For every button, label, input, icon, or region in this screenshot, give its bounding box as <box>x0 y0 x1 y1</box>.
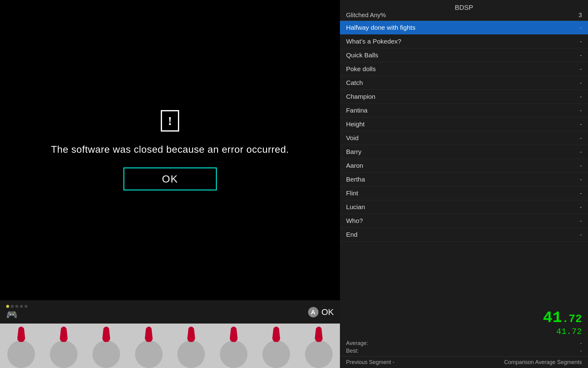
split-item-7[interactable]: Height- <box>340 117 588 131</box>
split-time-3: - <box>573 66 582 73</box>
dot-3 <box>15 305 18 308</box>
split-time-14: - <box>573 217 582 224</box>
split-item-3[interactable]: Poke dolls- <box>340 62 588 76</box>
dot-2 <box>11 305 14 308</box>
best-row: Best: - <box>346 347 582 355</box>
split-label-1: What's a Pokedex? <box>346 38 401 45</box>
split-item-12[interactable]: Flint- <box>340 186 588 200</box>
split-label-9: Barry <box>346 148 361 155</box>
game-area: ! The software was closed because an err… <box>0 0 340 368</box>
hud-right: A OK <box>308 307 334 317</box>
split-item-9[interactable]: Barry- <box>340 145 588 159</box>
comparison-value: Average Segments <box>535 359 582 365</box>
poke-slot-1 <box>0 324 43 368</box>
split-label-2: Quick Balls <box>346 52 378 59</box>
poke-drop-2 <box>59 327 68 342</box>
splits-list: Halfway done with fights-What's a Pokede… <box>340 21 588 306</box>
poke-slot-7 <box>255 324 298 368</box>
split-item-13[interactable]: Lucian- <box>340 200 588 214</box>
split-item-4[interactable]: Catch- <box>340 76 588 90</box>
previous-segment-label: Previous Segment <box>346 359 391 365</box>
average-label: Average: <box>346 340 368 347</box>
timer-area: 41.72 41.72 <box>340 306 588 338</box>
poke-body-5 <box>177 340 205 368</box>
poke-slot-4 <box>127 324 170 368</box>
poke-slot-8 <box>297 324 340 368</box>
a-button-circle: A <box>308 307 318 317</box>
split-time-9: - <box>573 148 582 155</box>
best-value: - <box>580 348 582 354</box>
split-item-5[interactable]: Champion- <box>340 90 588 104</box>
timer-integer: 41 <box>543 309 562 327</box>
split-time-2: - <box>573 52 582 59</box>
split-time-7: - <box>573 121 582 128</box>
pokemon-strip <box>0 324 340 368</box>
timer-decimal: .72 <box>562 313 582 325</box>
poke-drop-6 <box>229 327 238 342</box>
split-label-15: End <box>346 231 357 238</box>
split-time-13: - <box>573 204 582 211</box>
split-label-0: Halfway done with fights <box>346 24 415 31</box>
average-row: Average: - <box>346 339 582 347</box>
error-dialog: ! The software was closed because an err… <box>0 0 340 301</box>
split-time-5: - <box>573 93 582 100</box>
hud-bar: 🎮 A OK <box>0 301 340 324</box>
previous-segment-group: Previous Segment - <box>346 359 394 366</box>
split-label-4: Catch <box>346 79 363 86</box>
speedrun-header: BDSP Glitched Any% 3 <box>340 0 588 21</box>
split-item-8[interactable]: Void- <box>340 131 588 145</box>
poke-body-7 <box>262 340 290 368</box>
poke-body-4 <box>135 340 163 368</box>
right-panel: BDSP Glitched Any% 3 Halfway done with f… <box>340 0 588 368</box>
split-time-12: - <box>573 190 582 197</box>
split-label-10: Aaron <box>346 162 363 169</box>
split-item-11[interactable]: Bertha- <box>340 173 588 186</box>
split-time-8: - <box>573 135 582 142</box>
dot-4 <box>20 305 23 308</box>
split-item-14[interactable]: Who?- <box>340 214 588 228</box>
split-item-10[interactable]: Aaron- <box>340 159 588 173</box>
split-label-8: Void <box>346 134 359 142</box>
poke-drop-5 <box>187 327 195 342</box>
poke-slot-5 <box>170 324 213 368</box>
split-time-10: - <box>573 162 582 169</box>
split-label-14: Who? <box>346 217 363 224</box>
split-item-0[interactable]: Halfway done with fights- <box>340 21 588 35</box>
split-item-2[interactable]: Quick Balls- <box>340 48 588 62</box>
poke-slot-6 <box>213 324 255 368</box>
poke-body-6 <box>220 340 247 368</box>
poke-drop-1 <box>17 327 25 342</box>
split-item-1[interactable]: What's a Pokedex?- <box>340 35 588 48</box>
poke-body-8 <box>305 340 333 368</box>
best-label: Best: <box>346 348 359 354</box>
dots-row <box>6 305 28 308</box>
category-label: Glitched Any% <box>346 12 386 19</box>
dot-5 <box>24 305 28 308</box>
split-item-6[interactable]: Fantina- <box>340 104 588 117</box>
controller-icon: 🎮 <box>6 309 17 320</box>
hud-left: 🎮 <box>6 305 28 320</box>
category-title: Glitched Any% 3 <box>346 12 582 19</box>
average-value: - <box>580 340 582 347</box>
split-label-11: Bertha <box>346 176 365 183</box>
split-item-15[interactable]: End- <box>340 228 588 242</box>
poke-drop-8 <box>315 327 323 342</box>
poke-body-2 <box>50 340 77 368</box>
ok-button[interactable]: OK <box>123 167 217 190</box>
split-time-1: - <box>573 38 582 45</box>
poke-slot-3 <box>85 324 128 368</box>
game-title: BDSP <box>346 4 582 12</box>
split-label-12: Flint <box>346 190 358 197</box>
split-time-15: - <box>573 231 582 238</box>
split-time-4: - <box>573 79 582 86</box>
poke-slot-2 <box>43 324 85 368</box>
footer-area: Previous Segment - Comparison Average Se… <box>340 356 588 368</box>
split-time-6: - <box>573 107 582 114</box>
split-label-5: Champion <box>346 93 375 100</box>
split-label-13: Lucian <box>346 203 365 211</box>
exclamation-icon: ! <box>161 110 179 132</box>
poke-body-3 <box>92 340 120 368</box>
poke-drop-7 <box>272 327 281 342</box>
stats-area: Average: - Best: - <box>340 338 588 356</box>
split-time-0: - <box>573 24 582 31</box>
